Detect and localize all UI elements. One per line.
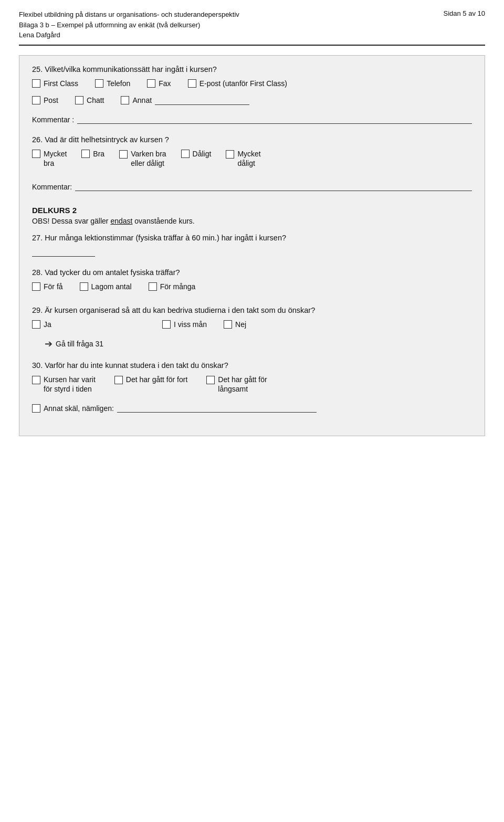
q28-option-formanga: För många	[149, 282, 196, 291]
q28-checkbox-lagom[interactable]	[80, 282, 88, 291]
header-line3: Lena Dafgård	[19, 30, 239, 40]
q28-checkbox-forfaa[interactable]	[32, 282, 40, 291]
q29-arrow-label: Gå till fråga 31	[56, 340, 103, 348]
q29-arrow-icon: ➔	[45, 338, 52, 350]
q25-label-post: Post	[44, 96, 58, 105]
q29-label-nej: Nej	[235, 320, 246, 329]
q30-annat-row: Annat skäl, nämligen:	[32, 403, 472, 413]
question-28: 28. Vad tycker du om antalet fysiska trä…	[32, 268, 472, 294]
q26-label-mycketdaligt: Mycketdåligt	[237, 149, 260, 168]
q29-option-ja: Ja	[32, 320, 103, 329]
q25-kommentar-label: Kommentar :	[32, 115, 74, 124]
question-25: 25. Vilket/vilka kommunikationssätt har …	[32, 65, 472, 124]
delkurs2-obs-underline: endast	[110, 217, 132, 225]
q25-label-epost: E-post (utanför First Class)	[200, 79, 287, 88]
q25-option-fax: Fax	[147, 79, 171, 88]
q29-label-ivissман: I viss mån	[174, 320, 207, 329]
q29-label-ja: Ja	[44, 320, 51, 329]
q28-label-forfaa: För få	[44, 282, 63, 291]
q26-checkbox-mycketdaligt[interactable]	[226, 150, 234, 159]
question-30: 30. Varför har du inte kunnat studera i …	[32, 361, 472, 413]
q30-checkbox-fort[interactable]	[114, 376, 123, 384]
q30-option-langsamt: Det har gått förlångsamt	[206, 375, 267, 394]
q26-label-daligt: Dåligt	[193, 149, 212, 159]
q26-checkbox-bra[interactable]	[81, 150, 90, 158]
q26-option-mycketbra: Mycketbra	[32, 149, 67, 168]
q25-label-annat: Annat	[132, 96, 152, 105]
header-page-number: Sidan 5 av 10	[443, 9, 485, 17]
delkurs2-obs: OBS! Dessa svar gäller endast ovanståend…	[32, 217, 472, 225]
q26-text: 26. Vad är ditt helhetsintryck av kursen…	[32, 135, 472, 144]
page: Flexibel utbildning på distans ur organi…	[0, 0, 504, 822]
q28-text: 28. Vad tycker du om antalet fysiska trä…	[32, 268, 472, 277]
q25-checkbox-annat[interactable]	[121, 96, 129, 104]
header-left: Flexibel utbildning på distans ur organi…	[19, 9, 239, 40]
q26-checkbox-daligt[interactable]	[181, 150, 190, 158]
q27-answer-field[interactable]	[32, 247, 95, 257]
q25-options: First Class Telefon Fax E-post (utanför …	[32, 79, 472, 91]
q25-checkbox-chatt[interactable]	[75, 96, 83, 104]
q29-option-ivissман: I viss mån	[162, 320, 207, 329]
page-header: Flexibel utbildning på distans ur organi…	[19, 9, 485, 46]
q25-option-epost: E-post (utanför First Class)	[188, 79, 287, 88]
q26-label-bra: Bra	[93, 149, 104, 159]
q26-label-varken: Varken braeller dåligt	[131, 149, 166, 168]
q26-option-daligt: Dåligt	[181, 149, 212, 159]
q25-checkbox-telefon[interactable]	[95, 79, 103, 88]
q29-checkbox-nej[interactable]	[224, 320, 232, 329]
q27-text: 27. Hur många lektionstimmar (fysiska tr…	[32, 234, 472, 242]
q25-option-annat: Annat	[121, 96, 249, 105]
q29-checkbox-ja[interactable]	[32, 320, 40, 329]
q25-annat-field[interactable]	[155, 96, 249, 105]
q28-option-forfaa: För få	[32, 282, 63, 291]
delkurs2-obs-text1: OBS! Dessa svar gäller	[32, 217, 110, 225]
q26-kommentar-row: Kommentar:	[32, 181, 472, 191]
q25-label-telefon: Telefon	[107, 79, 130, 88]
q26-kommentar-line[interactable]	[75, 181, 472, 191]
question-29: 29. Är kursen organiserad så att du kan …	[32, 306, 472, 349]
q26-checkbox-varken[interactable]	[119, 150, 128, 159]
q26-option-mycketdaligt: Mycketdåligt	[226, 149, 260, 168]
q30-label-fort: Det har gått för fort	[126, 375, 188, 384]
q30-option-fort: Det har gått för fort	[114, 375, 188, 384]
delkurs2-block: DELKURS 2 OBS! Dessa svar gäller endast …	[32, 206, 472, 225]
q26-checkbox-mycketbra[interactable]	[32, 150, 40, 158]
q25-text: 25. Vilket/vilka kommunikationssätt har …	[32, 65, 472, 73]
q26-label-mycketbra: Mycketbra	[44, 149, 67, 168]
q30-checkbox-annat[interactable]	[32, 404, 40, 413]
q30-annat-field[interactable]	[117, 403, 317, 413]
q25-checkbox-post[interactable]	[32, 96, 40, 104]
q29-option-nej: Nej	[224, 320, 246, 329]
q30-label-styrd: Kursen har varitför styrd i tiden	[44, 375, 96, 394]
q28-checkbox-formanga[interactable]	[149, 282, 157, 291]
q25-option-chatt: Chatt	[75, 96, 104, 105]
q25-label-firstclass: First Class	[44, 79, 78, 88]
q25-checkbox-fax[interactable]	[147, 79, 155, 88]
q29-checkbox-ivissман[interactable]	[162, 320, 171, 329]
q25-checkbox-firstclass[interactable]	[32, 79, 40, 88]
q25-label-fax: Fax	[159, 79, 171, 88]
q28-label-formanga: För många	[160, 282, 196, 291]
q30-option-styrd: Kursen har varitför styrd i tiden	[32, 375, 96, 394]
q25-options-row2: Post Chatt Annat	[32, 96, 472, 108]
q28-options: För få Lagom antal För många	[32, 282, 472, 294]
q25-option-post: Post	[32, 96, 58, 105]
q25-kommentar-line[interactable]	[77, 113, 472, 124]
q25-option-telefon: Telefon	[95, 79, 130, 88]
q30-options: Kursen har varitför styrd i tiden Det ha…	[32, 375, 472, 397]
q26-options: Mycketbra Bra Varken braeller dåligt Dål…	[32, 149, 472, 171]
q30-text: 30. Varför har du inte kunnat studera i …	[32, 361, 472, 370]
q30-checkbox-langsamt[interactable]	[206, 376, 215, 384]
survey-section: 25. Vilket/vilka kommunikationssätt har …	[19, 55, 485, 437]
q26-option-varken: Varken braeller dåligt	[119, 149, 166, 168]
q25-checkbox-epost[interactable]	[188, 79, 196, 88]
q29-options: Ja ➔ Gå till fråga 31 I viss mån Nej	[32, 320, 472, 349]
delkurs2-heading: DELKURS 2	[32, 206, 472, 215]
q25-option-firstclass: First Class	[32, 79, 78, 88]
q30-checkbox-styrd[interactable]	[32, 376, 40, 384]
q28-label-lagom: Lagom antal	[91, 282, 132, 291]
q30-annat-label: Annat skäl, nämligen:	[44, 404, 114, 413]
q29-arrow-row: ➔ Gå till fråga 31	[45, 338, 103, 350]
q26-kommentar-label: Kommentar:	[32, 183, 72, 191]
delkurs2-obs-text2: ovanstående kurs.	[132, 217, 194, 225]
